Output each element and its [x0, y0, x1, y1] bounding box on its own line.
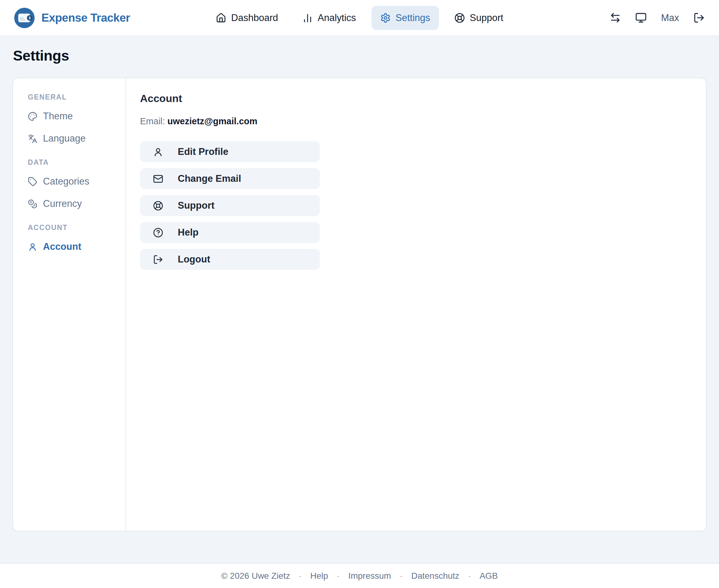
email-row: Email:uwezietz@gmail.com [140, 116, 691, 126]
user-icon [153, 147, 163, 157]
footer-link-datenschutz[interactable]: Datenschutz [411, 571, 459, 581]
sidebar-item-account[interactable]: Account [28, 241, 118, 252]
help-button[interactable]: Help [140, 222, 320, 243]
gear-icon [380, 13, 391, 23]
wallet-card-shape: $ [18, 14, 30, 22]
page-footer: © 2026 Uwe Zietz · Help · Impressum · Da… [0, 563, 719, 588]
section-label: ACCOUNT [28, 224, 118, 232]
bar-chart-icon [302, 13, 313, 23]
button-label: Support [178, 200, 214, 211]
coins-icon [28, 199, 37, 209]
wallet-line [20, 18, 24, 19]
section-label: GENERAL [28, 93, 118, 101]
user-icon [28, 242, 37, 252]
nav-item-analytics[interactable]: Analytics [294, 6, 365, 30]
separator-dot: · [400, 571, 402, 581]
mail-icon [153, 174, 163, 184]
copyright: © 2026 Uwe Zietz [221, 571, 290, 581]
logout-icon [153, 254, 163, 265]
nav-label: Dashboard [231, 13, 278, 23]
languages-icon [28, 134, 37, 144]
change-email-button[interactable]: Change Email [140, 168, 320, 189]
dollar-badge-icon: $ [27, 15, 33, 21]
nav-label: Support [470, 13, 504, 23]
sidebar-section-account: ACCOUNT Account [28, 224, 118, 252]
account-panel: Account Email:uwezietz@gmail.com Edit Pr… [126, 78, 706, 531]
sidebar-section-general: GENERAL Theme Language [28, 93, 118, 144]
button-label: Help [178, 227, 198, 238]
separator-dot: · [337, 571, 339, 581]
user-name: Max [661, 13, 679, 23]
email-value: uwezietz@gmail.com [168, 116, 257, 126]
top-navbar: $ Expense Tracker Dashboard Analytics Se… [0, 0, 719, 36]
sidebar-item-label: Theme [43, 111, 72, 122]
arrow-left-right-icon[interactable] [610, 12, 621, 23]
button-label: Change Email [178, 173, 241, 184]
nav-item-support[interactable]: Support [446, 6, 512, 30]
section-label: DATA [28, 158, 118, 167]
footer-link-agb[interactable]: AGB [480, 571, 498, 581]
edit-profile-button[interactable]: Edit Profile [140, 141, 320, 162]
footer-link-help[interactable]: Help [310, 571, 328, 581]
page-title: Settings [13, 47, 706, 64]
logout-button[interactable]: Logout [140, 249, 320, 270]
email-label: Email: [140, 116, 165, 126]
sidebar-item-language[interactable]: Language [28, 133, 118, 144]
settings-card: GENERAL Theme Language DATA Categories [13, 78, 706, 531]
sidebar-item-currency[interactable]: Currency [28, 198, 118, 209]
wallet-line [20, 20, 25, 20]
help-circle-icon [153, 228, 163, 238]
logout-icon[interactable] [693, 12, 705, 23]
sidebar-item-label: Account [43, 241, 81, 252]
nav-label: Analytics [318, 13, 356, 23]
account-actions: Edit Profile Change Email Support Help L… [140, 141, 691, 270]
nav-item-settings[interactable]: Settings [372, 6, 439, 30]
sidebar-item-theme[interactable]: Theme [28, 111, 118, 122]
nav-label: Settings [396, 13, 430, 23]
sidebar-item-label: Categories [43, 176, 89, 187]
home-icon [216, 13, 226, 23]
tag-icon [28, 177, 37, 186]
sidebar-item-categories[interactable]: Categories [28, 176, 118, 187]
support-button[interactable]: Support [140, 195, 320, 216]
brand-name: Expense Tracker [41, 12, 130, 24]
page-content: Settings GENERAL Theme Language DATA Cat… [0, 36, 719, 563]
brand[interactable]: $ Expense Tracker [14, 8, 207, 28]
sidebar-item-label: Language [43, 133, 86, 144]
nav-item-dashboard[interactable]: Dashboard [207, 6, 287, 30]
life-buoy-icon [454, 13, 465, 23]
primary-nav: Dashboard Analytics Settings Support [207, 6, 512, 30]
sidebar-item-label: Currency [43, 198, 82, 209]
button-label: Edit Profile [178, 146, 229, 158]
sidebar-section-data: DATA Categories Currency [28, 158, 118, 209]
palette-icon [28, 111, 37, 121]
life-buoy-icon [153, 201, 163, 211]
panel-heading: Account [140, 92, 691, 105]
app-logo-icon: $ [14, 8, 35, 28]
separator-dot: · [468, 571, 471, 581]
settings-sidebar: GENERAL Theme Language DATA Categories [13, 78, 126, 531]
button-label: Logout [178, 254, 210, 265]
footer-link-impressum[interactable]: Impressum [348, 571, 391, 581]
separator-dot: · [299, 571, 301, 581]
monitor-icon[interactable] [635, 12, 647, 23]
navbar-utilities: Max [512, 12, 705, 23]
